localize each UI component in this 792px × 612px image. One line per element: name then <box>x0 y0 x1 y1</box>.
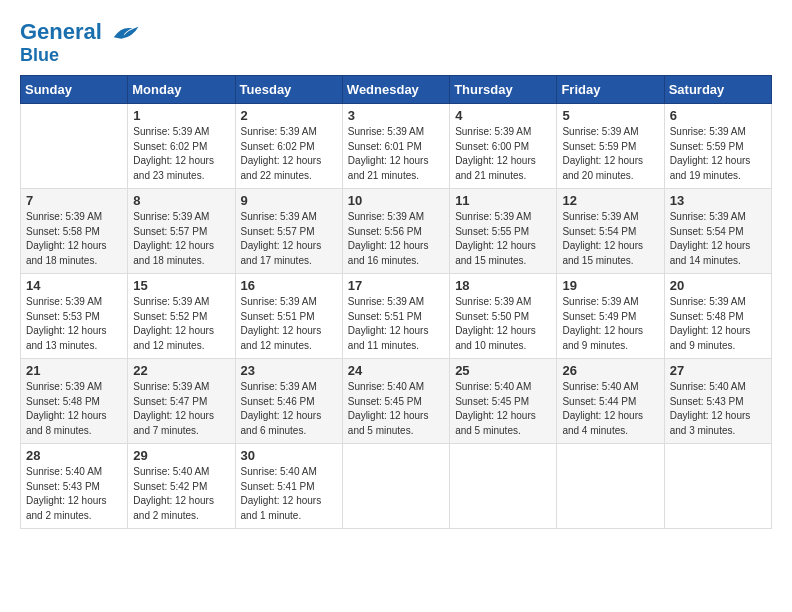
day-header-tuesday: Tuesday <box>235 76 342 104</box>
day-cell <box>557 444 664 529</box>
day-header-friday: Friday <box>557 76 664 104</box>
day-info: Sunrise: 5:40 AM Sunset: 5:45 PM Dayligh… <box>348 380 444 438</box>
day-number: 28 <box>26 448 122 463</box>
day-info: Sunrise: 5:39 AM Sunset: 5:59 PM Dayligh… <box>562 125 658 183</box>
day-info: Sunrise: 5:39 AM Sunset: 6:00 PM Dayligh… <box>455 125 551 183</box>
week-row-4: 21Sunrise: 5:39 AM Sunset: 5:48 PM Dayli… <box>21 359 772 444</box>
day-info: Sunrise: 5:39 AM Sunset: 5:53 PM Dayligh… <box>26 295 122 353</box>
day-info: Sunrise: 5:39 AM Sunset: 5:49 PM Dayligh… <box>562 295 658 353</box>
day-cell: 28Sunrise: 5:40 AM Sunset: 5:43 PM Dayli… <box>21 444 128 529</box>
day-cell: 17Sunrise: 5:39 AM Sunset: 5:51 PM Dayli… <box>342 274 449 359</box>
day-cell: 12Sunrise: 5:39 AM Sunset: 5:54 PM Dayli… <box>557 189 664 274</box>
day-info: Sunrise: 5:39 AM Sunset: 6:02 PM Dayligh… <box>241 125 337 183</box>
day-info: Sunrise: 5:39 AM Sunset: 5:46 PM Dayligh… <box>241 380 337 438</box>
day-number: 16 <box>241 278 337 293</box>
page-header: General Blue <box>20 20 772 65</box>
day-info: Sunrise: 5:39 AM Sunset: 5:56 PM Dayligh… <box>348 210 444 268</box>
day-number: 15 <box>133 278 229 293</box>
day-number: 3 <box>348 108 444 123</box>
day-info: Sunrise: 5:39 AM Sunset: 5:47 PM Dayligh… <box>133 380 229 438</box>
day-number: 1 <box>133 108 229 123</box>
day-info: Sunrise: 5:39 AM Sunset: 5:50 PM Dayligh… <box>455 295 551 353</box>
day-cell: 6Sunrise: 5:39 AM Sunset: 5:59 PM Daylig… <box>664 104 771 189</box>
day-number: 29 <box>133 448 229 463</box>
day-cell: 3Sunrise: 5:39 AM Sunset: 6:01 PM Daylig… <box>342 104 449 189</box>
day-info: Sunrise: 5:39 AM Sunset: 6:01 PM Dayligh… <box>348 125 444 183</box>
day-info: Sunrise: 5:39 AM Sunset: 5:51 PM Dayligh… <box>241 295 337 353</box>
day-cell: 26Sunrise: 5:40 AM Sunset: 5:44 PM Dayli… <box>557 359 664 444</box>
day-number: 8 <box>133 193 229 208</box>
day-info: Sunrise: 5:39 AM Sunset: 5:54 PM Dayligh… <box>562 210 658 268</box>
day-cell: 23Sunrise: 5:39 AM Sunset: 5:46 PM Dayli… <box>235 359 342 444</box>
day-number: 6 <box>670 108 766 123</box>
day-number: 11 <box>455 193 551 208</box>
day-info: Sunrise: 5:39 AM Sunset: 5:59 PM Dayligh… <box>670 125 766 183</box>
day-cell: 27Sunrise: 5:40 AM Sunset: 5:43 PM Dayli… <box>664 359 771 444</box>
day-cell: 13Sunrise: 5:39 AM Sunset: 5:54 PM Dayli… <box>664 189 771 274</box>
week-row-3: 14Sunrise: 5:39 AM Sunset: 5:53 PM Dayli… <box>21 274 772 359</box>
day-info: Sunrise: 5:39 AM Sunset: 5:57 PM Dayligh… <box>133 210 229 268</box>
day-number: 5 <box>562 108 658 123</box>
day-info: Sunrise: 5:39 AM Sunset: 5:51 PM Dayligh… <box>348 295 444 353</box>
day-cell <box>450 444 557 529</box>
day-number: 20 <box>670 278 766 293</box>
day-cell: 9Sunrise: 5:39 AM Sunset: 5:57 PM Daylig… <box>235 189 342 274</box>
day-number: 21 <box>26 363 122 378</box>
day-number: 18 <box>455 278 551 293</box>
day-number: 7 <box>26 193 122 208</box>
day-info: Sunrise: 5:40 AM Sunset: 5:41 PM Dayligh… <box>241 465 337 523</box>
day-number: 22 <box>133 363 229 378</box>
day-number: 26 <box>562 363 658 378</box>
day-cell: 14Sunrise: 5:39 AM Sunset: 5:53 PM Dayli… <box>21 274 128 359</box>
logo: General Blue <box>20 20 140 65</box>
day-number: 14 <box>26 278 122 293</box>
day-info: Sunrise: 5:39 AM Sunset: 5:58 PM Dayligh… <box>26 210 122 268</box>
day-cell: 16Sunrise: 5:39 AM Sunset: 5:51 PM Dayli… <box>235 274 342 359</box>
day-number: 30 <box>241 448 337 463</box>
day-cell: 15Sunrise: 5:39 AM Sunset: 5:52 PM Dayli… <box>128 274 235 359</box>
day-number: 24 <box>348 363 444 378</box>
week-row-1: 1Sunrise: 5:39 AM Sunset: 6:02 PM Daylig… <box>21 104 772 189</box>
day-number: 17 <box>348 278 444 293</box>
day-number: 19 <box>562 278 658 293</box>
day-cell: 25Sunrise: 5:40 AM Sunset: 5:45 PM Dayli… <box>450 359 557 444</box>
day-cell: 5Sunrise: 5:39 AM Sunset: 5:59 PM Daylig… <box>557 104 664 189</box>
calendar-table: SundayMondayTuesdayWednesdayThursdayFrid… <box>20 75 772 529</box>
day-info: Sunrise: 5:40 AM Sunset: 5:43 PM Dayligh… <box>670 380 766 438</box>
logo-text: General <box>20 20 140 46</box>
day-cell: 22Sunrise: 5:39 AM Sunset: 5:47 PM Dayli… <box>128 359 235 444</box>
day-number: 9 <box>241 193 337 208</box>
day-cell: 18Sunrise: 5:39 AM Sunset: 5:50 PM Dayli… <box>450 274 557 359</box>
day-number: 25 <box>455 363 551 378</box>
day-info: Sunrise: 5:39 AM Sunset: 5:52 PM Dayligh… <box>133 295 229 353</box>
day-info: Sunrise: 5:40 AM Sunset: 5:44 PM Dayligh… <box>562 380 658 438</box>
day-cell: 19Sunrise: 5:39 AM Sunset: 5:49 PM Dayli… <box>557 274 664 359</box>
day-number: 13 <box>670 193 766 208</box>
day-header-saturday: Saturday <box>664 76 771 104</box>
day-number: 23 <box>241 363 337 378</box>
day-cell: 10Sunrise: 5:39 AM Sunset: 5:56 PM Dayli… <box>342 189 449 274</box>
day-info: Sunrise: 5:39 AM Sunset: 5:54 PM Dayligh… <box>670 210 766 268</box>
day-number: 4 <box>455 108 551 123</box>
day-info: Sunrise: 5:40 AM Sunset: 5:43 PM Dayligh… <box>26 465 122 523</box>
day-info: Sunrise: 5:39 AM Sunset: 5:55 PM Dayligh… <box>455 210 551 268</box>
day-info: Sunrise: 5:39 AM Sunset: 5:57 PM Dayligh… <box>241 210 337 268</box>
day-info: Sunrise: 5:39 AM Sunset: 5:48 PM Dayligh… <box>670 295 766 353</box>
day-number: 27 <box>670 363 766 378</box>
day-header-monday: Monday <box>128 76 235 104</box>
day-header-sunday: Sunday <box>21 76 128 104</box>
day-info: Sunrise: 5:39 AM Sunset: 5:48 PM Dayligh… <box>26 380 122 438</box>
day-info: Sunrise: 5:40 AM Sunset: 5:45 PM Dayligh… <box>455 380 551 438</box>
day-cell: 1Sunrise: 5:39 AM Sunset: 6:02 PM Daylig… <box>128 104 235 189</box>
day-cell: 21Sunrise: 5:39 AM Sunset: 5:48 PM Dayli… <box>21 359 128 444</box>
day-cell: 29Sunrise: 5:40 AM Sunset: 5:42 PM Dayli… <box>128 444 235 529</box>
day-cell: 24Sunrise: 5:40 AM Sunset: 5:45 PM Dayli… <box>342 359 449 444</box>
day-cell: 7Sunrise: 5:39 AM Sunset: 5:58 PM Daylig… <box>21 189 128 274</box>
day-cell: 30Sunrise: 5:40 AM Sunset: 5:41 PM Dayli… <box>235 444 342 529</box>
day-cell <box>342 444 449 529</box>
day-number: 12 <box>562 193 658 208</box>
day-cell <box>664 444 771 529</box>
day-cell: 8Sunrise: 5:39 AM Sunset: 5:57 PM Daylig… <box>128 189 235 274</box>
day-cell: 4Sunrise: 5:39 AM Sunset: 6:00 PM Daylig… <box>450 104 557 189</box>
day-cell: 20Sunrise: 5:39 AM Sunset: 5:48 PM Dayli… <box>664 274 771 359</box>
